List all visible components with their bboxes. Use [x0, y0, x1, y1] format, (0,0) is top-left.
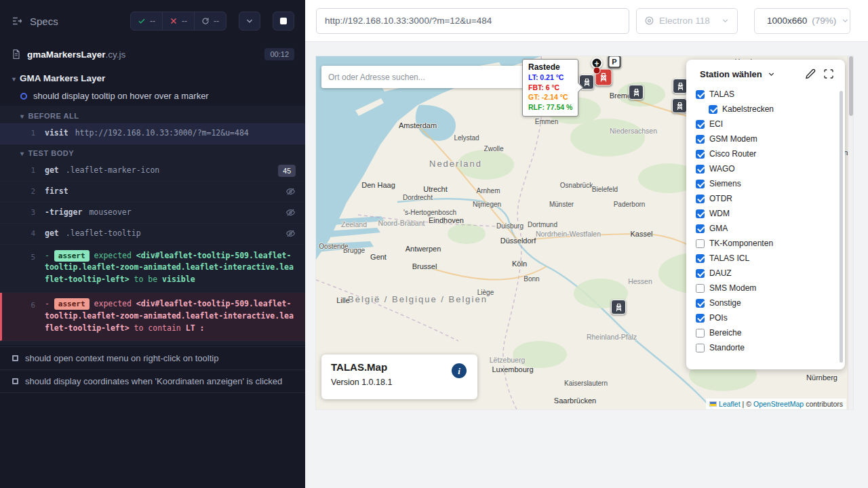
checkbox[interactable]: [696, 344, 705, 352]
command-method: visit: [45, 128, 68, 138]
station-filter-label: Sonstige: [709, 298, 741, 308]
station-filter-item[interactable]: Kabelstrecken: [709, 102, 840, 117]
pending-test-row[interactable]: should display coordinates when 'Koordin…: [0, 369, 305, 393]
checkbox[interactable]: [696, 90, 705, 99]
station-filter-item[interactable]: Cisco Router: [696, 146, 840, 161]
command-row[interactable]: 3-triggermouseover: [0, 203, 305, 224]
checkbox[interactable]: [696, 329, 705, 338]
station-filter-item[interactable]: Bereiche: [696, 325, 840, 340]
viewport-zoom: (79%): [812, 16, 836, 26]
stop-button[interactable]: [273, 12, 294, 30]
search-input[interactable]: [328, 73, 520, 82]
pending-test-row[interactable]: should open context menu on right-click …: [0, 346, 305, 369]
station-marker[interactable]: [672, 98, 687, 113]
command-row[interactable]: 1visithttp://192.168.10.33:3000/?m=12&u=…: [0, 123, 305, 144]
chevron-down-icon[interactable]: [767, 70, 776, 79]
station-filter-item[interactable]: ECI: [696, 117, 840, 131]
chevron-down-icon: [841, 16, 850, 25]
test-stats: -- -- --: [130, 12, 226, 30]
station-filter-label: Kabelstrecken: [722, 104, 774, 114]
edit-pencil-icon[interactable]: [805, 68, 816, 79]
hook-test-body[interactable]: ▾TEST BODY: [0, 144, 305, 161]
command-row[interactable]: 4get.leaflet-tooltip: [0, 224, 305, 245]
suite-row[interactable]: ▾GMA Markers Layer: [0, 68, 305, 87]
stat-pending-count: --: [214, 16, 219, 26]
checkbox[interactable]: [696, 120, 705, 129]
station-filter-item[interactable]: POIs: [696, 310, 840, 325]
station-filter-item[interactable]: WAGO: [696, 161, 840, 176]
checkbox[interactable]: [696, 209, 705, 218]
attempt-block: ▾BEFORE ALL 1visithttp://192.168.10.33:3…: [0, 106, 305, 345]
station-filter-item[interactable]: Siemens: [696, 176, 840, 191]
browser-select[interactable]: Electron 118: [636, 8, 738, 34]
spec-row[interactable]: gmaMarkersLayer.cy.js 00:12: [0, 42, 305, 68]
checkbox[interactable]: [696, 284, 705, 293]
map-info-card: TALAS.Map Version 1.0.18.1 i: [321, 354, 477, 399]
command-row[interactable]: 1get.leaflet-marker-icon45: [0, 161, 305, 182]
station-marker[interactable]: [611, 300, 626, 314]
ukraine-flag-icon: [709, 401, 717, 407]
station-marker[interactable]: [629, 85, 644, 100]
station-panel-header: Station wählen: [686, 68, 845, 85]
leaflet-map[interactable]: HamburgBremenNiedersachsenHannoverLeeuwa…: [316, 56, 853, 409]
checkbox[interactable]: [696, 195, 705, 203]
measurement-label: LT:: [528, 73, 538, 81]
info-icon[interactable]: i: [452, 363, 467, 378]
refresh-icon: [201, 17, 210, 25]
expand-icon[interactable]: [823, 68, 834, 79]
command-method: first: [45, 186, 68, 196]
command-method: get: [45, 165, 59, 175]
scrollbar-thumb[interactable]: [849, 56, 853, 116]
command-row[interactable]: 6- assert expected <div#leaflet-tooltip-…: [0, 293, 305, 341]
app-scrollbar[interactable]: [848, 56, 853, 409]
stop-icon: [280, 18, 287, 24]
station-filter-item[interactable]: TALAS: [696, 87, 840, 102]
station-filter-item[interactable]: TK-Komponenten: [696, 236, 840, 251]
openstreetmap-link[interactable]: OpenStreetMap: [753, 400, 804, 408]
station-filter-item[interactable]: OTDR: [696, 191, 840, 206]
station-filter-item[interactable]: TALAS ICL: [696, 251, 840, 266]
spec-file-icon: [11, 49, 22, 60]
poi-p-marker[interactable]: P: [608, 56, 621, 68]
collapse-button[interactable]: [239, 12, 260, 30]
checkbox[interactable]: [696, 135, 705, 144]
leaflet-link[interactable]: Leaflet: [719, 400, 741, 408]
marker-tooltip[interactable]: Rastede LT: 0.21 °CFBT: 6 °CGT: -2.14 °C…: [522, 59, 578, 117]
panel-scrollbar[interactable]: [840, 91, 843, 363]
station-filter-label: TK-Komponenten: [709, 239, 773, 248]
station-panel-title[interactable]: Station wählen: [700, 69, 762, 79]
checkbox[interactable]: [696, 165, 705, 174]
command-number: 5: [24, 250, 35, 263]
command-message: .leaflet-tooltip: [66, 228, 141, 238]
station-filter-label: OTDR: [709, 194, 732, 203]
station-marker[interactable]: [673, 79, 688, 94]
tooltip-measurement-row: RLF: 77.54 %: [528, 102, 572, 113]
checkbox[interactable]: [696, 314, 705, 323]
station-filter-item[interactable]: WDM: [696, 206, 840, 221]
station-filter-item[interactable]: Standorte: [696, 340, 840, 355]
station-filter-item[interactable]: SMS Modem: [696, 281, 840, 296]
command-content: - assert expected <div#leaflet-tooltip-5…: [45, 250, 296, 286]
specs-menu-button[interactable]: [11, 15, 23, 27]
hook-before-all[interactable]: ▾BEFORE ALL: [0, 107, 305, 123]
selected-station-marker[interactable]: [595, 69, 612, 86]
checkbox[interactable]: [696, 254, 705, 263]
active-test-row[interactable]: should display tooltip on hover over a m…: [0, 87, 305, 106]
station-filter-panel: Station wählen TALASKabelstreckenECIGSM …: [686, 60, 845, 369]
checkbox[interactable]: [696, 299, 705, 308]
checkbox[interactable]: [696, 180, 705, 188]
station-filter-item[interactable]: GSM Modem: [696, 131, 840, 146]
station-filter-item[interactable]: DAUZ: [696, 266, 840, 281]
checkbox[interactable]: [709, 105, 717, 114]
station-filter-item[interactable]: Sonstige: [696, 296, 840, 310]
checkbox[interactable]: [696, 224, 705, 233]
command-row[interactable]: 2first: [0, 182, 305, 203]
url-input[interactable]: [316, 8, 629, 34]
viewport-select[interactable]: 1000x660 (79%): [754, 8, 850, 34]
station-filter-item[interactable]: GMA: [696, 221, 840, 236]
checkbox[interactable]: [696, 269, 705, 278]
command-content: get.leaflet-tooltip: [45, 228, 279, 240]
checkbox[interactable]: [696, 239, 705, 248]
checkbox[interactable]: [696, 150, 705, 159]
command-row[interactable]: 5- assert expected <div#leaflet-tooltip-…: [0, 245, 305, 293]
